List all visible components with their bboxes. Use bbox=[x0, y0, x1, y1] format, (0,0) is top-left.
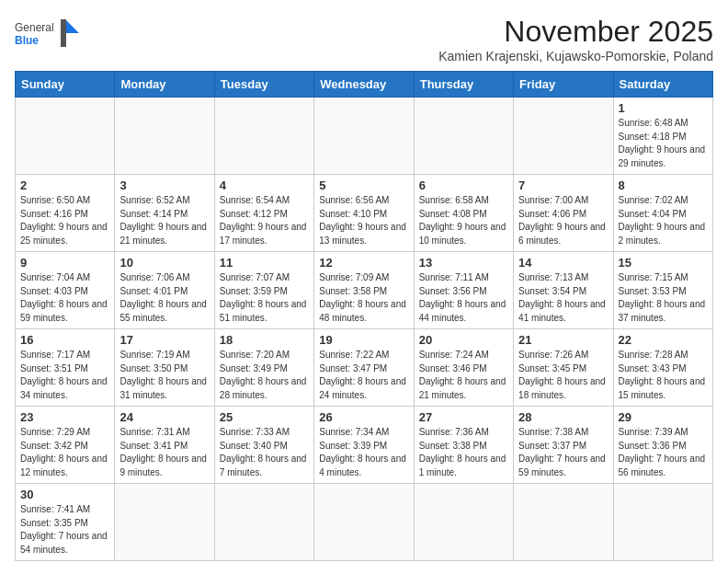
day-number: 13 bbox=[419, 256, 508, 270]
calendar-cell bbox=[214, 98, 313, 175]
day-number: 30 bbox=[20, 488, 109, 501]
header: GeneralBlue November 2025 Kamien Krajens… bbox=[15, 15, 713, 63]
header-cell-wednesday: Wednesday bbox=[314, 72, 414, 98]
week-row-3: 16Sunrise: 7:17 AM Sunset: 3:51 PM Dayli… bbox=[16, 329, 713, 407]
title-area: November 2025 Kamien Krajenski, Kujawsko… bbox=[438, 15, 713, 63]
week-row-4: 23Sunrise: 7:29 AM Sunset: 3:42 PM Dayli… bbox=[16, 407, 713, 484]
day-number: 10 bbox=[119, 256, 209, 270]
calendar-cell: 1Sunrise: 6:48 AM Sunset: 4:18 PM Daylig… bbox=[613, 98, 712, 175]
day-info: Sunrise: 7:39 AM Sunset: 3:36 PM Dayligh… bbox=[619, 426, 708, 479]
calendar: SundayMondayTuesdayWednesdayThursdayFrid… bbox=[15, 71, 713, 561]
calendar-cell bbox=[613, 484, 712, 561]
calendar-cell bbox=[115, 484, 214, 561]
day-number: 12 bbox=[319, 256, 408, 270]
day-info: Sunrise: 7:00 AM Sunset: 4:06 PM Dayligh… bbox=[518, 194, 608, 247]
calendar-cell: 4Sunrise: 6:54 AM Sunset: 4:12 PM Daylig… bbox=[214, 175, 313, 252]
day-number: 15 bbox=[619, 256, 708, 270]
month-title: November 2025 bbox=[438, 15, 713, 49]
day-info: Sunrise: 7:04 AM Sunset: 4:03 PM Dayligh… bbox=[20, 271, 109, 325]
calendar-cell bbox=[414, 98, 513, 175]
day-number: 3 bbox=[119, 178, 209, 192]
day-number: 9 bbox=[20, 256, 109, 270]
svg-rect-1 bbox=[61, 19, 66, 47]
header-cell-thursday: Thursday bbox=[414, 72, 513, 98]
day-number: 14 bbox=[518, 256, 608, 270]
calendar-cell: 21Sunrise: 7:26 AM Sunset: 3:45 PM Dayli… bbox=[514, 329, 613, 407]
day-info: Sunrise: 7:20 AM Sunset: 3:49 PM Dayligh… bbox=[220, 349, 309, 402]
svg-marker-0 bbox=[65, 19, 79, 33]
day-info: Sunrise: 7:31 AM Sunset: 3:41 PM Dayligh… bbox=[119, 426, 209, 479]
calendar-cell: 12Sunrise: 7:09 AM Sunset: 3:58 PM Dayli… bbox=[314, 252, 414, 329]
calendar-cell: 29Sunrise: 7:39 AM Sunset: 3:36 PM Dayli… bbox=[613, 407, 712, 484]
calendar-cell: 16Sunrise: 7:17 AM Sunset: 3:51 PM Dayli… bbox=[16, 329, 115, 407]
day-info: Sunrise: 7:36 AM Sunset: 3:38 PM Dayligh… bbox=[419, 426, 508, 479]
calendar-cell bbox=[16, 98, 115, 175]
week-row-5: 30Sunrise: 7:41 AM Sunset: 3:35 PM Dayli… bbox=[16, 484, 713, 561]
day-number: 22 bbox=[619, 333, 708, 347]
day-number: 27 bbox=[419, 410, 508, 424]
day-number: 20 bbox=[419, 333, 508, 347]
day-info: Sunrise: 7:09 AM Sunset: 3:58 PM Dayligh… bbox=[319, 271, 408, 325]
day-info: Sunrise: 7:38 AM Sunset: 3:37 PM Dayligh… bbox=[518, 426, 608, 479]
svg-text:General: General bbox=[15, 21, 54, 34]
calendar-cell bbox=[214, 484, 313, 561]
day-info: Sunrise: 7:41 AM Sunset: 3:35 PM Dayligh… bbox=[20, 503, 109, 557]
day-number: 11 bbox=[220, 256, 309, 270]
day-info: Sunrise: 7:28 AM Sunset: 3:43 PM Dayligh… bbox=[619, 349, 708, 402]
calendar-cell: 27Sunrise: 7:36 AM Sunset: 3:38 PM Dayli… bbox=[414, 407, 513, 484]
day-info: Sunrise: 7:26 AM Sunset: 3:45 PM Dayligh… bbox=[518, 349, 608, 402]
calendar-header: SundayMondayTuesdayWednesdayThursdayFrid… bbox=[16, 72, 713, 98]
day-number: 24 bbox=[119, 410, 209, 424]
svg-text:Blue: Blue bbox=[15, 34, 39, 47]
day-number: 6 bbox=[419, 178, 508, 192]
day-number: 25 bbox=[220, 410, 309, 424]
calendar-cell: 6Sunrise: 6:58 AM Sunset: 4:08 PM Daylig… bbox=[414, 175, 513, 252]
calendar-cell: 2Sunrise: 6:50 AM Sunset: 4:16 PM Daylig… bbox=[16, 175, 115, 252]
day-info: Sunrise: 6:50 AM Sunset: 4:16 PM Dayligh… bbox=[20, 194, 109, 247]
calendar-cell: 10Sunrise: 7:06 AM Sunset: 4:01 PM Dayli… bbox=[115, 252, 214, 329]
calendar-body: 1Sunrise: 6:48 AM Sunset: 4:18 PM Daylig… bbox=[16, 98, 713, 561]
calendar-cell: 8Sunrise: 7:02 AM Sunset: 4:04 PM Daylig… bbox=[613, 175, 712, 252]
day-info: Sunrise: 7:24 AM Sunset: 3:46 PM Dayligh… bbox=[419, 349, 508, 402]
calendar-cell bbox=[514, 484, 613, 561]
day-info: Sunrise: 6:56 AM Sunset: 4:10 PM Dayligh… bbox=[319, 194, 408, 247]
day-number: 2 bbox=[20, 178, 109, 192]
day-info: Sunrise: 7:07 AM Sunset: 3:59 PM Dayligh… bbox=[220, 271, 309, 325]
calendar-cell: 26Sunrise: 7:34 AM Sunset: 3:39 PM Dayli… bbox=[314, 407, 414, 484]
location-title: Kamien Krajenski, Kujawsko-Pomorskie, Po… bbox=[438, 49, 713, 63]
day-info: Sunrise: 7:13 AM Sunset: 3:54 PM Dayligh… bbox=[518, 271, 608, 325]
day-info: Sunrise: 7:06 AM Sunset: 4:01 PM Dayligh… bbox=[119, 271, 209, 325]
day-number: 29 bbox=[619, 410, 708, 424]
day-number: 17 bbox=[119, 333, 209, 347]
day-info: Sunrise: 7:22 AM Sunset: 3:47 PM Dayligh… bbox=[319, 349, 408, 402]
week-row-2: 9Sunrise: 7:04 AM Sunset: 4:03 PM Daylig… bbox=[16, 252, 713, 329]
day-info: Sunrise: 6:58 AM Sunset: 4:08 PM Dayligh… bbox=[419, 194, 508, 247]
calendar-cell: 9Sunrise: 7:04 AM Sunset: 4:03 PM Daylig… bbox=[16, 252, 115, 329]
calendar-cell: 18Sunrise: 7:20 AM Sunset: 3:49 PM Dayli… bbox=[214, 329, 313, 407]
day-info: Sunrise: 7:34 AM Sunset: 3:39 PM Dayligh… bbox=[319, 426, 408, 479]
calendar-cell bbox=[314, 98, 414, 175]
header-cell-sunday: Sunday bbox=[16, 72, 115, 98]
logo: GeneralBlue bbox=[15, 15, 79, 52]
day-number: 23 bbox=[20, 410, 109, 424]
calendar-cell: 13Sunrise: 7:11 AM Sunset: 3:56 PM Dayli… bbox=[414, 252, 513, 329]
day-number: 4 bbox=[220, 178, 309, 192]
calendar-cell: 14Sunrise: 7:13 AM Sunset: 3:54 PM Dayli… bbox=[514, 252, 613, 329]
day-number: 18 bbox=[220, 333, 309, 347]
calendar-cell: 7Sunrise: 7:00 AM Sunset: 4:06 PM Daylig… bbox=[514, 175, 613, 252]
calendar-cell: 20Sunrise: 7:24 AM Sunset: 3:46 PM Dayli… bbox=[414, 329, 513, 407]
calendar-cell bbox=[414, 484, 513, 561]
logo-svg: GeneralBlue bbox=[15, 15, 79, 52]
calendar-cell bbox=[115, 98, 214, 175]
day-number: 16 bbox=[20, 333, 109, 347]
calendar-cell: 15Sunrise: 7:15 AM Sunset: 3:53 PM Dayli… bbox=[613, 252, 712, 329]
header-cell-friday: Friday bbox=[514, 72, 613, 98]
day-info: Sunrise: 7:11 AM Sunset: 3:56 PM Dayligh… bbox=[419, 271, 508, 325]
day-number: 5 bbox=[319, 178, 408, 192]
header-cell-saturday: Saturday bbox=[613, 72, 712, 98]
header-row: SundayMondayTuesdayWednesdayThursdayFrid… bbox=[16, 72, 713, 98]
day-info: Sunrise: 7:19 AM Sunset: 3:50 PM Dayligh… bbox=[119, 349, 209, 402]
day-info: Sunrise: 6:52 AM Sunset: 4:14 PM Dayligh… bbox=[119, 194, 209, 247]
week-row-0: 1Sunrise: 6:48 AM Sunset: 4:18 PM Daylig… bbox=[16, 98, 713, 175]
day-number: 28 bbox=[518, 410, 608, 424]
